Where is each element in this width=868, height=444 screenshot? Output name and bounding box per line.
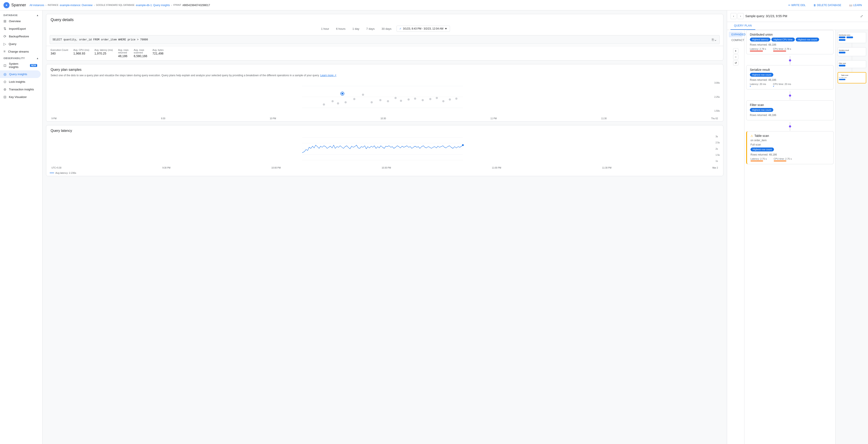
svg-rect-38 xyxy=(839,52,845,54)
chevron-up-icon-obs: ▲ xyxy=(36,57,39,60)
query-text-container: SELECT quantity, order_id FROM order_ite… xyxy=(50,35,720,44)
pencil-icon: ✏ xyxy=(788,4,790,7)
ts-metrics: Latency: 2.75 s CPU time: 2.75 s xyxy=(750,157,830,161)
distributed-union-badges: Highest latency Highest CPU time Highest… xyxy=(750,37,830,41)
next-sample-button[interactable]: › xyxy=(738,13,744,19)
stats-row: Execution Count 340 Avg. CPU (ms) 1,968.… xyxy=(46,46,723,60)
backup-icon: ⟳ xyxy=(3,34,6,38)
scatter-chart-container: 3.00s 2.25s 1.50s 9 PM 9:30 10 PM 10:30 … xyxy=(46,80,723,121)
sidebar-item-transaction-insights[interactable]: ⊚ Transaction insights xyxy=(0,86,41,93)
connector-dot-1 xyxy=(789,59,791,61)
query-icon: ▷ xyxy=(3,42,6,46)
du-latency-bar xyxy=(750,51,763,52)
legend-label: Avg latency: 2.236s xyxy=(55,172,76,174)
copy-query-button[interactable]: ⎘ xyxy=(712,38,714,42)
svg-point-20 xyxy=(436,97,438,99)
right-panel-nav: ‹ › xyxy=(731,13,744,19)
breadcrumb-database[interactable]: example-db-1: Query insights xyxy=(136,4,170,7)
time-btn-1h[interactable]: 1 hour xyxy=(319,26,331,31)
right-panel: ‹ › Sample query: 3/1/23, 9:55 PM ⤢ QUER… xyxy=(727,10,868,444)
badge-sr-highest-row[interactable]: Highest row count xyxy=(750,73,773,77)
right-panel-title: Sample query: 3/1/23, 9:55 PM xyxy=(745,14,857,18)
sidebar-item-query-insights[interactable]: ◎ Query insights xyxy=(0,70,41,78)
time-range-picker[interactable]: ✓ 3/1/23, 8:43 PM - 3/2/23, 12:04 AM ▼ xyxy=(397,26,450,32)
zoom-in-button[interactable]: + xyxy=(733,48,738,54)
sr-latency: Latency: 20 ms xyxy=(750,83,766,87)
svg-point-14 xyxy=(395,97,397,99)
scatter-chart[interactable] xyxy=(50,82,720,116)
right-panel-body: EXPANDED COMPACT + − ↺ Distributed union… xyxy=(727,30,868,444)
breadcrumb-instance[interactable]: example-instance: Overview xyxy=(60,4,93,7)
plan-node-filter-scan: Filter scan Highest row count Rows retur… xyxy=(746,100,834,120)
sidebar-item-system-insights[interactable]: ⊡ System insights NEW xyxy=(0,60,41,70)
query-plan-samples-card: Query plan samples Select one of the dot… xyxy=(46,64,723,122)
svg-text:Distributed union: Distributed union xyxy=(839,34,850,36)
sidebar-item-change-streams[interactable]: ≡ Change streams xyxy=(0,48,41,55)
svg-point-7 xyxy=(353,98,355,100)
svg-point-3 xyxy=(323,103,325,106)
chevron-up-icon: ▲ xyxy=(36,14,39,17)
ts-latency: Latency: 2.75 s xyxy=(750,157,767,161)
learn-button[interactable]: 📖 LEARN xyxy=(846,2,865,8)
svg-point-13 xyxy=(387,100,389,102)
connector-1 xyxy=(746,56,834,65)
badge-highest-cpu[interactable]: Highest CPU time xyxy=(771,37,795,41)
svg-point-6 xyxy=(345,101,347,103)
time-btn-30d[interactable]: 30 days xyxy=(380,26,393,31)
time-btn-7d[interactable]: 7 days xyxy=(365,26,376,31)
subtab-compact[interactable]: COMPACT xyxy=(729,37,742,43)
spanner-icon: ✦ xyxy=(3,2,9,8)
prev-sample-button[interactable]: ‹ xyxy=(731,13,737,19)
sidebar-item-query[interactable]: ▷ Query xyxy=(0,40,41,48)
subtab-expanded[interactable]: EXPANDED xyxy=(729,32,742,37)
delete-database-button[interactable]: 🗑 DELETE DATABASE xyxy=(811,2,844,8)
right-panel-header: ‹ › Sample query: 3/1/23, 9:55 PM ⤢ xyxy=(727,10,868,22)
scatter-y-labels: 3.00s 2.25s 1.50s xyxy=(714,82,720,112)
sr-cpu-bar xyxy=(773,86,774,87)
expand-query-button[interactable]: ⌄ xyxy=(714,37,717,42)
sr-latency-bar xyxy=(750,86,751,87)
breadcrumb-fprint: #865423840743298017 xyxy=(182,4,210,7)
right-panel-tabs: QUERY PLAN xyxy=(727,22,868,30)
svg-rect-47 xyxy=(839,79,845,80)
chart-legend: Avg latency: 2.236s xyxy=(46,171,723,176)
tab-query-plan[interactable]: QUERY PLAN xyxy=(731,22,755,30)
query-text: SELECT quantity, order_id FROM order_ite… xyxy=(53,38,712,41)
du-latency: Latency: 2.78 s xyxy=(750,48,766,52)
badge-ts-highest-row[interactable]: Highest row count xyxy=(750,147,774,151)
sidebar-item-lock-insights[interactable]: ⊙ Lock insights xyxy=(0,78,41,86)
observability-section-title[interactable]: OBSERVABILITY ▲ xyxy=(0,55,42,60)
svg-text:on order_item: on order_item xyxy=(839,77,847,78)
latency-chart-container[interactable]: 3s 2.5s 2s 1.5s 1s UTC+5:30 9:30 PM 10:0… xyxy=(46,134,723,171)
svg-rect-40 xyxy=(838,60,866,68)
learn-more-link[interactable]: Learn more ↗ xyxy=(320,74,337,77)
sidebar-item-key-visualizer[interactable]: ⊟ Key Visualizer xyxy=(0,93,41,101)
time-btn-1d[interactable]: 1 day xyxy=(351,26,361,31)
overview-icon: ⊞ xyxy=(3,19,6,23)
badge-highest-row[interactable]: Highest row count xyxy=(796,37,819,41)
query-latency-title: Query latency xyxy=(46,125,723,134)
query-plan-samples-desc: Select one of the dots to see a query pl… xyxy=(46,72,723,80)
check-icon: ✓ xyxy=(399,27,402,30)
svg-point-11 xyxy=(371,101,373,103)
badge-highest-latency[interactable]: Highest latency xyxy=(750,37,771,41)
write-ddl-button[interactable]: ✏ WRITE DDL xyxy=(786,2,808,8)
breadcrumb-all-instances[interactable]: All instances xyxy=(30,4,44,7)
new-badge: NEW xyxy=(30,64,37,67)
badge-fs-highest-row[interactable]: Highest row count xyxy=(750,108,773,112)
sidebar-item-backup-restore[interactable]: ⟳ Backup/Restore xyxy=(0,33,41,40)
reset-zoom-button[interactable]: ↺ xyxy=(733,60,738,66)
stat-avg-bytes: Avg. bytes 721,498 xyxy=(152,49,163,58)
time-btn-6h[interactable]: 6 hours xyxy=(334,26,347,31)
database-section-title[interactable]: DATABASE ▲ xyxy=(0,12,42,18)
app-logo[interactable]: ✦ Spanner xyxy=(3,2,26,8)
expand-panel-button[interactable]: ⤢ xyxy=(859,13,865,19)
sidebar-item-import-export[interactable]: ⇅ Import/Export xyxy=(0,25,41,33)
svg-rect-42 xyxy=(839,65,845,66)
content-area: Query details 1 hour 6 hours 1 day 7 day… xyxy=(42,10,868,444)
query-details-title: Query details xyxy=(46,14,723,24)
stat-avg-latency: Avg. latency (ms) 1,970.25 xyxy=(94,49,113,58)
sidebar-item-overview[interactable]: ⊞ Overview xyxy=(0,18,41,25)
sr-metrics: Latency: 20 ms CPU time: 20 ms xyxy=(750,83,830,87)
zoom-out-button[interactable]: − xyxy=(733,54,738,60)
